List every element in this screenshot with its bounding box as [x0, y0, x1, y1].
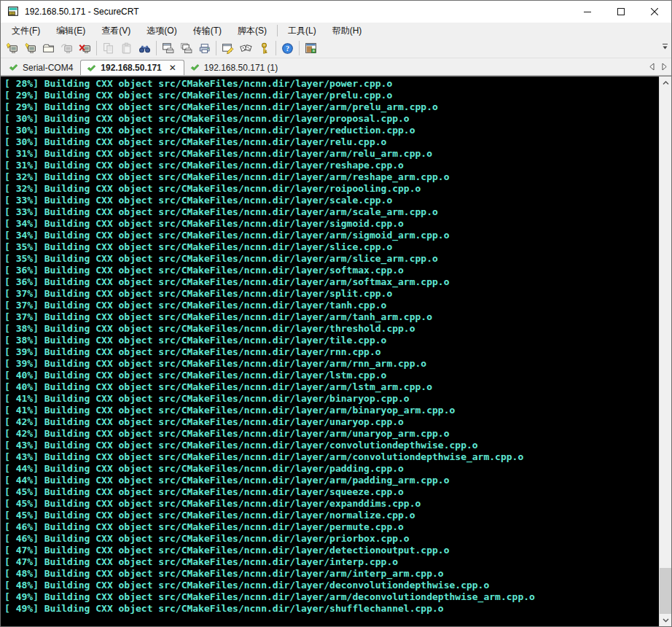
print-button[interactable] [195, 39, 214, 57]
tab-scroll-buttons [649, 63, 668, 71]
reconnect-button [58, 39, 76, 57]
close-button[interactable] [638, 1, 671, 23]
terminal-line: [ 44%] Building CXX object src/CMakeFile… [4, 463, 659, 475]
menu-separator [277, 25, 278, 36]
connect-button[interactable] [21, 39, 39, 57]
connect-in-tab-icon [42, 42, 55, 55]
terminal-line: [ 40%] Building CXX object src/CMakeFile… [4, 381, 659, 393]
terminal-line: [ 30%] Building CXX object src/CMakeFile… [4, 113, 659, 125]
toolbar-separator [299, 41, 300, 55]
menu-item-1[interactable]: 文件(F) [4, 23, 48, 39]
key-agent-button[interactable] [255, 39, 273, 57]
terminal-line: [ 39%] Building CXX object src/CMakeFile… [4, 346, 659, 358]
toolbar-separator [96, 41, 97, 55]
title-bar: 192.168.50.171 - SecureCRT [1, 1, 671, 23]
window-title: 192.168.50.171 - SecureCRT [25, 7, 139, 17]
scroll-up-button[interactable] [660, 77, 671, 89]
menu-item-4[interactable]: 选项(O) [138, 23, 184, 39]
terminal-line: [ 33%] Building CXX object src/CMakeFile… [4, 195, 659, 206]
terminal-line: [ 49%] Building CXX object src/CMakeFile… [4, 603, 659, 615]
connect-in-tab-button[interactable] [39, 39, 58, 57]
tab-label: 192.168.50.171 [101, 63, 161, 73]
terminal-line: [ 41%] Building CXX object src/CMakeFile… [4, 405, 659, 416]
session-options-button[interactable] [219, 39, 237, 57]
terminal-line: [ 44%] Building CXX object src/CMakeFile… [4, 475, 659, 486]
minimize-button[interactable] [571, 1, 604, 23]
scrollbar-track[interactable] [660, 89, 671, 614]
terminal-line: [ 30%] Building CXX object src/CMakeFile… [4, 125, 659, 136]
svg-text:a: a [313, 49, 315, 52]
quick-connect-button[interactable] [3, 39, 21, 57]
ansi-color-icon: a [305, 42, 317, 55]
terminal-line: [ 32%] Building CXX object src/CMakeFile… [4, 183, 659, 195]
terminal-line: [ 48%] Building CXX object src/CMakeFile… [4, 568, 659, 580]
toolbar: ?a [1, 39, 671, 58]
copy-button [99, 39, 117, 57]
terminal-output[interactable]: [ 28%] Building CXX object src/CMakeFile… [1, 77, 659, 626]
connected-check-icon [87, 63, 96, 73]
paste-icon [120, 42, 133, 55]
ansi-color-button[interactable]: a [302, 39, 320, 57]
print-icon [198, 42, 211, 55]
tab-close-button[interactable]: ✕ [169, 63, 176, 73]
terminal-line: [ 41%] Building CXX object src/CMakeFile… [4, 393, 659, 405]
print-selection-icon [180, 42, 192, 55]
window-controls [571, 1, 671, 23]
terminal-line: [ 47%] Building CXX object src/CMakeFile… [4, 556, 659, 568]
terminal-line: [ 29%] Building CXX object src/CMakeFile… [4, 101, 659, 113]
disconnect-button[interactable] [76, 39, 94, 57]
menu-item-6[interactable]: 脚本(S) [230, 23, 275, 39]
terminal-line: [ 39%] Building CXX object src/CMakeFile… [4, 358, 659, 370]
menu-item-7[interactable]: 工具(L) [280, 23, 324, 39]
securecrt-app-icon [7, 6, 20, 18]
terminal-line: [ 45%] Building CXX object src/CMakeFile… [4, 510, 659, 521]
tab-serial-com4[interactable]: Serial-COM4 [3, 60, 80, 75]
terminal-line: [ 34%] Building CXX object src/CMakeFile… [4, 230, 659, 241]
terminal-line: [ 33%] Building CXX object src/CMakeFile… [4, 206, 659, 218]
chevron-up-icon [663, 81, 669, 85]
terminal-line: [ 29%] Building CXX object src/CMakeFile… [4, 90, 659, 101]
print-screen-button[interactable] [159, 39, 177, 57]
print-screen-icon [162, 42, 174, 55]
terminal-line: [ 34%] Building CXX object src/CMakeFile… [4, 218, 659, 230]
tab-scroll-left-button[interactable] [649, 63, 655, 71]
toolbar-overflow-button[interactable] [660, 43, 669, 50]
quick-connect-icon [6, 42, 18, 55]
maximize-button[interactable] [604, 1, 638, 23]
help-button[interactable]: ? [278, 39, 297, 57]
print-selection-button[interactable] [177, 39, 195, 57]
terminal-line: [ 47%] Building CXX object src/CMakeFile… [4, 545, 659, 556]
terminal-area: [ 28%] Building CXX object src/CMakeFile… [1, 76, 671, 626]
menu-item-5[interactable]: 传输(T) [185, 23, 230, 39]
terminal-line: [ 45%] Building CXX object src/CMakeFile… [4, 498, 659, 510]
terminal-line: [ 42%] Building CXX object src/CMakeFile… [4, 416, 659, 428]
tab-192-168-50-171[interactable]: 192.168.50.171✕ [80, 60, 184, 75]
connect-icon [24, 42, 36, 55]
svg-text:?: ? [286, 44, 289, 52]
terminal-line: [ 31%] Building CXX object src/CMakeFile… [4, 160, 659, 171]
terminal-line: [ 48%] Building CXX object src/CMakeFile… [4, 580, 659, 591]
terminal-line: [ 36%] Building CXX object src/CMakeFile… [4, 276, 659, 288]
scroll-down-button[interactable] [660, 614, 671, 626]
menu-item-2[interactable]: 编辑(E) [48, 23, 93, 39]
key-agent-icon [258, 42, 270, 55]
tab-scroll-right-button[interactable] [661, 63, 668, 71]
session-options-icon [222, 42, 234, 55]
menu-item-3[interactable]: 查看(V) [93, 23, 138, 39]
toolbar-separator [216, 41, 216, 55]
menu-item-8[interactable]: 帮助(H) [324, 23, 370, 39]
terminal-line: [ 30%] Building CXX object src/CMakeFile… [4, 136, 659, 148]
find-button[interactable] [136, 39, 154, 57]
terminal-line: [ 38%] Building CXX object src/CMakeFile… [4, 323, 659, 335]
terminal-scrollbar[interactable] [659, 77, 671, 626]
securecrt-window: 192.168.50.171 - SecureCRT 文件(F)编辑(E)查看(… [0, 0, 672, 627]
terminal-line: [ 31%] Building CXX object src/CMakeFile… [4, 148, 659, 160]
terminal-line: [ 40%] Building CXX object src/CMakeFile… [4, 370, 659, 381]
tab-192-168-50-171-1[interactable]: 192.168.50.171 (1) [184, 60, 285, 75]
toolbar-separator [156, 41, 157, 55]
terminal-line: [ 46%] Building CXX object src/CMakeFile… [4, 521, 659, 533]
keymap-editor-button[interactable] [237, 39, 255, 57]
scrollbar-thumb[interactable] [660, 568, 671, 614]
reconnect-icon [60, 42, 73, 55]
terminal-line: [ 37%] Building CXX object src/CMakeFile… [4, 300, 659, 311]
